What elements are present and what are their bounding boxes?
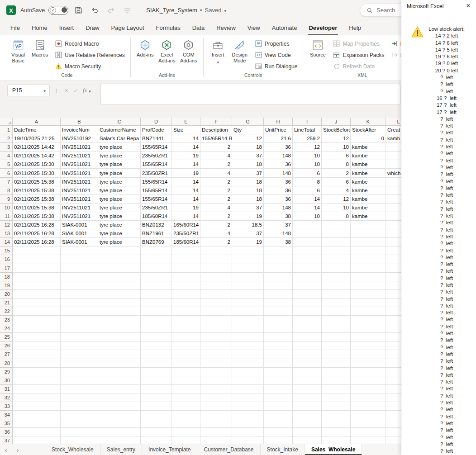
visual-basic-button[interactable]: Visual Basic [7,38,29,65]
cell-G8[interactable]: 18 [232,186,264,195]
cell-J33[interactable] [322,402,351,411]
cell-E21[interactable] [172,299,200,307]
cell-K28[interactable] [351,359,386,368]
cell-I25[interactable] [293,333,322,341]
source-button[interactable]: Source [307,38,328,59]
row-header-33[interactable]: 33 [0,402,13,411]
cell-J21[interactable] [322,299,351,307]
cell-G28[interactable] [232,359,264,368]
cell-F17[interactable] [200,264,232,273]
cell-D25[interactable] [141,333,172,341]
cell-K37[interactable] [351,436,386,444]
cell-F11[interactable]: 2 [200,212,232,221]
cell-G9[interactable]: 18 [232,195,264,204]
cell-I35[interactable] [293,419,322,428]
cell-A37[interactable] [13,436,61,444]
row-header-17[interactable]: 17 [0,264,13,273]
cell-D4[interactable]: 235/50ZR1 [141,152,172,160]
cell-B20[interactable] [61,290,98,299]
cell-C22[interactable] [98,307,141,316]
cell-C16[interactable] [98,255,141,264]
cell-A29[interactable] [13,368,61,376]
cell-D19[interactable] [141,281,172,290]
cell-E4[interactable]: 19 [172,152,200,160]
cell-H33[interactable] [264,402,293,411]
cell-J12[interactable] [322,221,351,229]
cell-B33[interactable] [61,402,98,411]
cell-H12[interactable]: 37 [264,221,293,229]
cell-D35[interactable] [141,419,172,428]
cell-J18[interactable] [322,273,351,281]
cell-D20[interactable] [141,290,172,299]
cell-J8[interactable]: 4 [322,186,351,195]
cell-G24[interactable] [232,324,264,333]
cell-C33[interactable] [98,402,141,411]
row-header-16[interactable]: 16 [0,255,13,264]
cell-K16[interactable] [351,255,386,264]
cell-J24[interactable] [322,324,351,333]
cell-I27[interactable] [293,350,322,359]
undo-button[interactable] [88,4,101,17]
cell-E35[interactable] [172,419,200,428]
cell-D15[interactable] [141,246,172,255]
cell-C9[interactable]: tyre place [98,195,141,204]
cell-B28[interactable] [61,359,98,368]
cell-F34[interactable] [200,411,232,419]
cell-J23[interactable] [322,316,351,324]
cell-A2[interactable]: 19/10/2025 21:25 [13,134,61,143]
cell-H25[interactable] [264,333,293,341]
cell-H3[interactable]: 36 [264,143,293,152]
cell-K17[interactable] [351,264,386,273]
cell-D29[interactable] [141,368,172,376]
cell-B5[interactable]: INV2511021 [61,160,98,169]
cell-I20[interactable] [293,290,322,299]
cell-C10[interactable]: tyre place [98,204,141,212]
cell-C11[interactable]: tyre place [98,212,141,221]
cell-H23[interactable] [264,316,293,324]
cell-D12[interactable]: BNZ0132 [141,221,172,229]
cell-B35[interactable] [61,419,98,428]
cell-H27[interactable] [264,350,293,359]
cell-F35[interactable] [200,419,232,428]
design-mode-button[interactable]: Design Mode [229,38,251,65]
redo-button[interactable] [105,4,117,17]
cell-K12[interactable] [351,221,386,229]
cell-C28[interactable] [98,359,141,368]
column-header-K[interactable]: K [351,118,386,126]
macros-button[interactable]: Macros [29,38,51,59]
cell-K3[interactable]: kambe [351,143,386,152]
sheet-tab-invoice_template[interactable]: Invoice_Template [142,444,197,455]
cell-F36[interactable] [200,428,232,436]
cell-H4[interactable]: 148 [264,152,293,160]
ribbon-tab-insert[interactable]: Insert [53,20,80,35]
macro-security-button[interactable]: Macro Security [53,61,127,72]
cell-K18[interactable] [351,273,386,281]
cell-H2[interactable]: 21.6 [264,134,293,143]
cell-E8[interactable]: 14 [172,186,200,195]
com-add-ins-button[interactable]: COM Add-ins [178,38,200,65]
cell-K24[interactable] [351,324,386,333]
view-code-button[interactable]: View Code [253,49,300,61]
row-header-6[interactable]: 6 [0,169,13,177]
row-header-26[interactable]: 26 [0,341,13,350]
cell-A28[interactable] [13,359,61,368]
cell-B29[interactable] [61,368,98,376]
row-header-2[interactable]: 2 [0,134,13,143]
cell-E2[interactable]: 14 [172,134,200,143]
properties-button[interactable]: Properties [253,38,300,49]
cell-E1[interactable]: Size [172,126,200,134]
cell-C5[interactable]: tyre place [98,160,141,169]
cell-F23[interactable] [200,316,232,324]
document-title[interactable]: SIAK_Tyre_System • Saved [146,7,226,14]
cell-G27[interactable] [232,350,264,359]
cell-G2[interactable]: 12 [232,134,264,143]
column-header-G[interactable]: G [232,118,264,126]
cell-J16[interactable] [322,255,351,264]
cell-D9[interactable]: 155/65R14 [141,195,172,204]
cell-A10[interactable]: 02/11/2025 15:38 [13,204,61,212]
cell-E26[interactable] [172,341,200,350]
cell-K20[interactable] [351,290,386,299]
cell-K5[interactable]: kambe [351,160,386,169]
ribbon-tab-review[interactable]: Review [210,20,242,35]
cell-J37[interactable] [322,436,351,444]
